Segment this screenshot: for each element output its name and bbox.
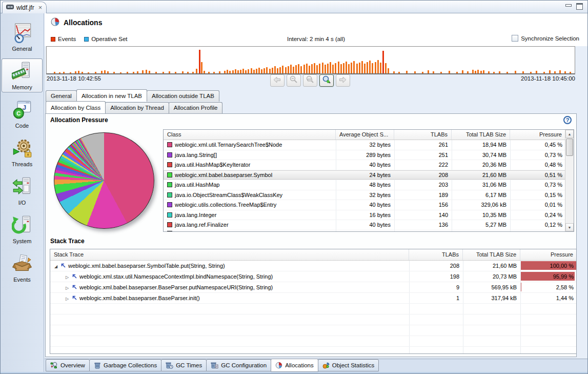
column-header-tlabs[interactable]: TLABs	[409, 249, 463, 260]
bottom-tab-allocations[interactable]: Allocations	[271, 359, 318, 372]
sidebar-item-system[interactable]: System	[2, 212, 43, 246]
synchronize-selection-checkbox[interactable]	[512, 35, 518, 42]
size-cell: 30,74 MB	[452, 150, 510, 160]
timeline-bar	[377, 60, 379, 73]
bottom-tab-gc-times[interactable]: GC Times	[161, 359, 207, 371]
tab-allocation-in-new-tlab[interactable]: Allocation in new TLAB	[76, 89, 147, 102]
collapsed-arrow-icon[interactable]: ▷	[66, 297, 72, 301]
table-row[interactable]: java.lang.String[]289 bytes25130,74 MB0,…	[164, 150, 566, 161]
sidebar-item-events[interactable]: Events	[2, 251, 43, 285]
forward-button[interactable]	[336, 74, 350, 87]
bottom-tab-label: Object Statistics	[332, 362, 374, 368]
class-color-swatch	[167, 142, 172, 147]
stack-trace-row[interactable]: ▷weblogic.xml.babel.baseparser.BaseParse…	[50, 293, 576, 304]
stack-trace-row[interactable]: ◢weblogic.xml.babel.baseparser.SymbolTab…	[50, 261, 576, 271]
file-tab-label: wldf.jfr	[16, 4, 34, 11]
timeline-bar	[133, 72, 134, 73]
timeline-bar	[369, 61, 371, 73]
avg-cell: 24 bytes	[336, 170, 394, 180]
close-icon[interactable]: ×	[38, 5, 43, 11]
timeline-bar	[564, 71, 566, 73]
tlabs-cell: 208	[409, 261, 463, 271]
collapsed-arrow-icon[interactable]: ▷	[66, 286, 72, 290]
column-header-stack-trace[interactable]: Stack Trace	[50, 249, 409, 260]
sidebar-item-i-o[interactable]: I/O	[2, 174, 43, 208]
sidebar-item-code[interactable]: JCCode	[2, 97, 43, 131]
timeline-bar	[245, 70, 247, 73]
table-row[interactable]: java.lang.Integer16 bytes14010,35 MB0,24…	[164, 210, 566, 221]
timeline-bar	[353, 61, 355, 73]
file-tab[interactable]: wldf.jfr ×	[2, 2, 47, 13]
timeline-bar	[549, 70, 551, 73]
gcconfig-icon	[211, 362, 218, 369]
back-button[interactable]	[270, 74, 285, 87]
timeline-bar	[70, 72, 71, 73]
table-row[interactable]: weblogic.xml.util.TernarySearchTree$Node…	[164, 140, 566, 150]
scroll-down-icon[interactable]: ▼	[565, 223, 574, 231]
tab-allocation-profile[interactable]: Allocation Profile	[169, 102, 223, 113]
column-header-class[interactable]: Class	[164, 130, 336, 140]
column-header-total-tlab-size[interactable]: Total TLAB Size	[463, 249, 520, 260]
expanded-arrow-icon[interactable]: ◢	[54, 264, 60, 269]
timeline-bar	[306, 64, 308, 73]
bottom-tab-gc-configuration[interactable]: GC Configuration	[206, 359, 271, 371]
table-row[interactable]: java.io.ObjectStreamClass$WeakClassKey32…	[164, 190, 566, 201]
table-row[interactable]: weblogic.utils.collections.TreeMap$Entry…	[164, 200, 566, 210]
table-row[interactable]: weblogic.xml.babel.baseparser.Symbol24 b…	[164, 170, 566, 181]
stack-trace-row[interactable]: ▷weblogic.xml.stax.util.NamespaceContext…	[50, 271, 576, 282]
column-header-pressure[interactable]: Pressure	[510, 130, 566, 140]
table-row[interactable]: java.util.HashMap$KeyIterator40 bytes222…	[164, 160, 566, 170]
timeline-chart[interactable]	[46, 46, 575, 74]
timeline-bar	[332, 65, 334, 73]
class-cell: weblogic.utils.collections.TreeMap$Entry	[164, 200, 336, 210]
timeline-bar	[351, 63, 352, 73]
timeline-bar	[440, 72, 442, 73]
help-icon[interactable]: ?	[563, 116, 572, 124]
timeline-bar	[293, 67, 294, 73]
zoom-selection-button[interactable]	[303, 74, 317, 87]
timeline-bar	[522, 71, 524, 73]
column-header-average-object-s[interactable]: Average Object S...	[336, 130, 394, 140]
maximize-icon[interactable]	[576, 3, 583, 10]
overview-icon	[50, 362, 58, 369]
timeline-bar	[285, 67, 287, 73]
allocation-pie-chart[interactable]	[54, 132, 154, 229]
system-icon	[12, 228, 32, 237]
bottom-tab-object-statistics[interactable]: Object Statistics	[318, 359, 379, 371]
size-cell: 317,94 kB	[463, 293, 520, 303]
timeline-bar	[290, 65, 292, 73]
zoom-out-button[interactable]	[287, 74, 301, 87]
sidebar-item-threads[interactable]: Threads	[2, 135, 43, 169]
tab-allocation-by-class[interactable]: Allocation by Class	[46, 101, 106, 113]
table-row-partial	[164, 230, 566, 232]
sidebar-item-memory[interactable]: Memory	[2, 58, 43, 92]
timeline-bar	[298, 64, 299, 73]
column-header-total-tlab-size[interactable]: Total TLAB Size	[452, 130, 510, 140]
events-icon	[12, 267, 32, 275]
minimize-icon[interactable]	[565, 4, 572, 7]
bottom-tab-label: Allocations	[285, 362, 314, 368]
bottom-tab-overview[interactable]: Overview	[46, 359, 90, 371]
tab-allocation-outside-tlab[interactable]: Allocation outside TLAB	[147, 90, 219, 102]
tab-allocation-by-thread[interactable]: Allocation by Thread	[105, 102, 169, 113]
vertical-scrollbar[interactable]: ▲▼	[565, 130, 574, 231]
tlabs-cell: 9	[409, 282, 463, 292]
bottom-tab-garbage-collections[interactable]: Garbage Collections	[89, 359, 161, 371]
scroll-up-icon[interactable]: ▲	[565, 130, 574, 138]
scrollbar-thumb[interactable]	[566, 139, 573, 156]
bottom-tab-bar: OverviewGarbage CollectionsGC TimesGC Co…	[45, 359, 587, 372]
column-header-pressure[interactable]: Pressure	[520, 249, 577, 260]
stack-trace-row[interactable]: ▷weblogic.xml.babel.baseparser.BaseParse…	[50, 282, 576, 293]
tab-general[interactable]: General	[46, 90, 77, 102]
table-row[interactable]: java.util.HashMap48 bytes20331,06 MB0,73…	[164, 180, 566, 190]
collapsed-arrow-icon[interactable]: ▷	[66, 275, 72, 280]
threads-icon	[12, 151, 32, 160]
empty-row	[50, 336, 576, 347]
sidebar-item-general[interactable]: General	[2, 20, 43, 54]
table-row[interactable]: java.lang.ref.Finalizer40 bytes1365,27 M…	[164, 220, 566, 230]
timeline-bar	[149, 71, 150, 73]
zoom-in-button[interactable]	[319, 74, 334, 87]
empty-row	[50, 347, 576, 354]
column-header-tlabs[interactable]: TLABs	[394, 130, 452, 140]
stack-frame-icon	[72, 273, 77, 280]
